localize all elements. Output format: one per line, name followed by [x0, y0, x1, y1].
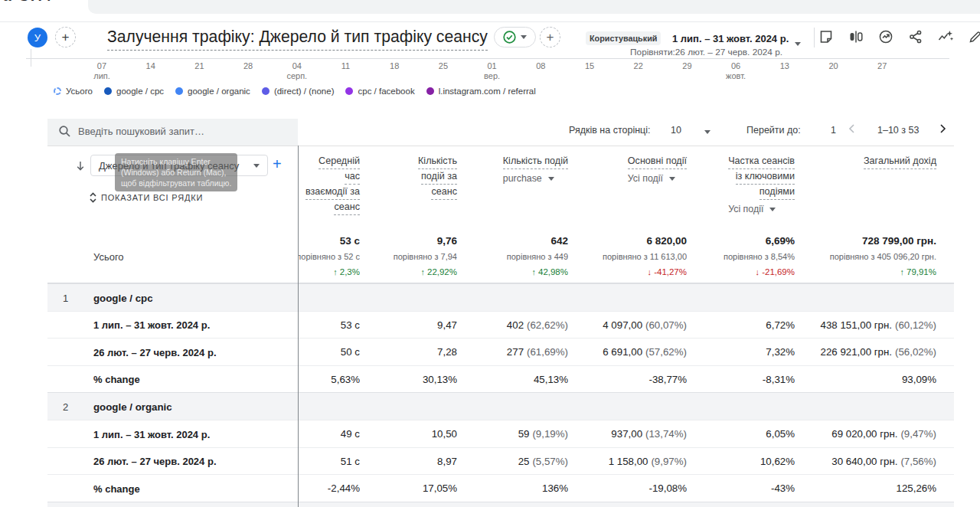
goto-value[interactable]: 1 — [831, 125, 836, 136]
table-row-period[interactable]: 1 лип. – 31 жовт. 2024 р. 53 с 9,47 402(… — [47, 311, 954, 338]
column-header-event-count[interactable]: Кількість подій purchase — [503, 154, 568, 186]
browser-search-bar[interactable] — [88, 0, 980, 14]
legend-dot — [262, 87, 270, 95]
ab-compare-icon[interactable] — [848, 28, 864, 45]
period-label: 26 лют. – 27 черв. 2024 р. — [93, 346, 217, 358]
totals-cell: 642 порівняно з 449 42,98% — [457, 230, 568, 283]
show-all-rows-button[interactable]: ПОКАЗАТИ ВСІ РЯДКИ — [89, 192, 203, 203]
table-row-period[interactable]: 26 лют. – 27 черв. 2024 р. 50 с 7,28 277… — [47, 338, 954, 365]
row-dimension-value: google / cpc — [93, 292, 153, 303]
x-axis-line — [26, 58, 949, 59]
legend-dot — [54, 87, 61, 95]
column-header-key-events[interactable]: Основні події Усі події — [628, 154, 687, 186]
legend-dot — [345, 87, 353, 95]
add-comparison-button[interactable]: + — [55, 27, 76, 47]
report-validity-pill[interactable] — [494, 27, 536, 47]
clipped-window-text: а GA4 — [3, 0, 53, 5]
x-axis-label: 15 — [585, 61, 594, 71]
rows-per-page-value[interactable]: 10 — [671, 125, 681, 136]
totals-cell: 53 с порівняно з 52 с 2,3% — [299, 230, 360, 283]
x-axis-label: 28 — [243, 61, 253, 71]
prev-page-icon[interactable] — [847, 123, 858, 134]
totals-row: Усього 53 с порівняно з 52 с 2,3% 9,76 п… — [47, 230, 954, 283]
page-title: Залучення трафіку: Джерело й тип трафіку… — [107, 28, 488, 51]
table-row-change[interactable]: % change 5,63% 30,13% 45,13% -38,77% -8,… — [47, 365, 954, 392]
x-axis-label: 22 — [634, 61, 643, 71]
period-label: 1 лип. – 31 жовт. 2024 р. — [93, 428, 210, 440]
chevron-down-icon — [521, 35, 527, 39]
table-row-period[interactable]: 1 лип. – 31 жовт. 2024 р. 49 с 10,50 59(… — [47, 420, 954, 447]
edit-icon[interactable] — [967, 28, 980, 45]
share-icon[interactable] — [907, 28, 924, 45]
table-row-group-header[interactable]: 1 google / cpc — [47, 283, 954, 311]
divider — [47, 146, 954, 146]
period-label: 26 лют. – 27 черв. 2024 р. — [93, 456, 217, 467]
add-dimension-button[interactable]: + — [273, 155, 282, 173]
column-header-total-revenue[interactable]: Загальний дохід — [864, 154, 936, 169]
legend-dot — [175, 87, 183, 95]
legend-item[interactable]: l.instagram.com / referral — [426, 87, 536, 96]
x-axis-label: 25 — [439, 61, 448, 71]
change-label: % change — [93, 482, 140, 494]
column-header-events-per-session[interactable]: Кількість подій за сеанс — [418, 154, 457, 200]
column-header-session-key-event-rate[interactable]: Частка сеансів із ключовими подіями Усі … — [728, 154, 795, 217]
legend-item[interactable]: google / cpc — [104, 87, 164, 96]
date-compare-range: Порівняти:26 лют. – 27 черв. 2024 р. — [630, 47, 782, 57]
period-label: 1 лип. – 31 жовт. 2024 р. — [93, 319, 210, 331]
search-placeholder: Введіть пошуковий запит… — [78, 126, 204, 137]
rows-per-page-caret-icon[interactable] — [704, 130, 710, 134]
rows-per-page-label: Рядків на сторінці: — [569, 125, 651, 136]
event-select[interactable]: purchase — [503, 172, 568, 186]
insights-circle-icon[interactable] — [877, 28, 894, 45]
x-axis-label: 13 — [780, 61, 789, 71]
report-toolbar — [818, 28, 980, 45]
header-divider — [814, 28, 815, 47]
legend-item[interactable]: (direct) / (none) — [262, 87, 335, 96]
x-axis-label: 06жовт. — [726, 61, 746, 81]
table-row-period[interactable]: 26 лют. – 27 черв. 2024 р. 51 с 8,97 25(… — [47, 447, 954, 474]
x-axis-label: 18 — [390, 61, 399, 71]
legend-item[interactable]: cpc / facebook — [345, 87, 414, 96]
chevron-down-icon — [253, 164, 260, 168]
totals-cell: 9,76 порівняно з 7,94 22,92% — [360, 230, 457, 283]
x-axis-label: 21 — [194, 61, 204, 71]
sparkline-insights-icon[interactable] — [937, 28, 954, 45]
pinned-column-divider — [298, 146, 299, 507]
row-number: 2 — [63, 401, 68, 412]
table-row-group-header[interactable]: 2 google / organic — [47, 392, 954, 420]
chart-legend: Усьогоgoogle / cpcgoogle / organic(direc… — [54, 87, 536, 96]
x-axis-label: 07лип. — [93, 61, 110, 81]
avatar[interactable]: У — [28, 28, 47, 47]
x-axis-label: 27 — [877, 61, 887, 71]
y-axis-line — [31, 49, 31, 67]
sort-descending-icon[interactable] — [75, 160, 86, 172]
key-event-select[interactable]: Усі події — [728, 202, 795, 217]
totals-cell: 6 820,00 порівняно з 11 613,00 -41,27% — [568, 230, 687, 283]
page-range-label: 1–10 з 53 — [877, 125, 919, 136]
totals-cell: 728 799,00 грн. порівняно з 405 096,20 г… — [795, 230, 936, 283]
legend-item[interactable]: Усього — [54, 87, 93, 96]
ga4-report-page: а GA4 У + Залучення трафіку: Джерело й т… — [0, 0, 980, 507]
search-icon — [58, 125, 71, 138]
goto-label: Перейти до: — [746, 125, 801, 136]
key-event-select[interactable]: Усі події — [628, 172, 687, 186]
unfold-more-icon — [89, 192, 97, 203]
legend-item[interactable]: google / organic — [175, 87, 250, 96]
column-header-avg-engagement-time[interactable]: Середній час взаємодії за сеанс — [305, 154, 360, 215]
table-row-group-header-partial — [47, 502, 954, 507]
date-range-caret-icon[interactable] — [795, 42, 801, 46]
x-axis-label: 29 — [682, 61, 691, 71]
add-report-tab-button[interactable]: + — [540, 27, 560, 47]
note-icon[interactable] — [818, 28, 835, 45]
change-label: % change — [93, 374, 140, 385]
legend-dot — [104, 87, 112, 95]
x-axis-label: 04серп. — [286, 61, 307, 81]
date-range-type-chip: Користувацький — [586, 31, 661, 45]
x-axis-label: 14 — [146, 61, 155, 71]
date-range-value[interactable]: 1 лип. – 31 жовт. 2024 р. — [672, 33, 789, 44]
table-row-change[interactable]: % change -2,44% 17,05% 136% -19,08% -43%… — [47, 474, 954, 502]
x-axis-label: 08 — [536, 61, 545, 71]
next-page-icon[interactable] — [937, 123, 948, 134]
row-number: 1 — [63, 292, 68, 303]
x-axis-label: 01вер. — [484, 61, 500, 81]
